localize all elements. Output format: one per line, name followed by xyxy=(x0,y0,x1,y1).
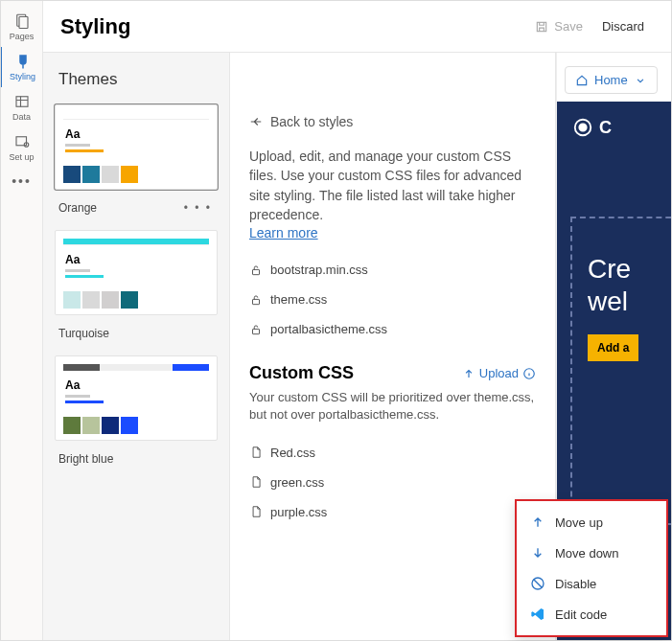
theme-sample-text: Aa xyxy=(65,378,209,392)
file-name: theme.css xyxy=(270,292,327,307)
svg-rect-5 xyxy=(538,22,546,31)
hero-cta-button[interactable]: Add a xyxy=(588,334,638,361)
theme-card[interactable]: Aa xyxy=(55,355,218,441)
description-text: Upload, edit, and manage your custom CSS… xyxy=(249,147,536,224)
page-title: Styling xyxy=(60,14,525,39)
save-label: Save xyxy=(554,19,583,34)
nav-label: Pages xyxy=(10,32,35,41)
title-bar: Styling Save Discard xyxy=(43,1,671,53)
context-vscode[interactable]: Edit code xyxy=(517,599,666,630)
learn-more-link[interactable]: Learn more xyxy=(249,225,318,240)
file-name: portalbasictheme.css xyxy=(270,322,387,336)
discard-button[interactable]: Discard xyxy=(592,15,654,37)
context-arrow-up[interactable]: Move up xyxy=(517,507,666,538)
back-to-styles[interactable]: Back to styles xyxy=(249,114,536,129)
discard-label: Discard xyxy=(602,19,644,34)
nav-label: Data xyxy=(12,112,31,122)
svg-point-11 xyxy=(579,124,586,130)
nav-pages[interactable]: Pages xyxy=(1,7,43,47)
file-icon xyxy=(249,446,263,459)
hero-dashed-area: Cre wel Add a xyxy=(570,217,671,525)
svg-rect-2 xyxy=(16,97,28,107)
css-file-row[interactable]: Red.css xyxy=(249,446,536,460)
file-name: Red.css xyxy=(270,446,315,460)
table-icon xyxy=(13,93,31,110)
theme-sample-text: Aa xyxy=(65,127,209,141)
context-label: Edit code xyxy=(555,607,607,622)
context-arrow-down[interactable]: Move down xyxy=(517,538,666,568)
nav-styling[interactable]: Styling xyxy=(0,47,42,87)
theme-name: Orange xyxy=(58,201,97,215)
theme-card[interactable]: Aa xyxy=(55,104,218,190)
disable-icon xyxy=(530,576,545,591)
custom-css-heading: Custom CSS xyxy=(249,363,462,383)
styles-detail: Back to styles Upload, edit, and manage … xyxy=(230,53,556,640)
svg-rect-1 xyxy=(19,17,28,29)
theme-card[interactable]: Aa xyxy=(55,230,218,315)
pages-icon xyxy=(13,12,31,30)
arrow-left-icon xyxy=(249,115,263,128)
save-icon xyxy=(535,20,548,34)
css-file-row[interactable]: purple.css xyxy=(249,505,536,519)
upload-button[interactable]: Upload xyxy=(462,366,536,380)
css-file-row[interactable]: bootstrap.min.css xyxy=(249,263,536,277)
file-name: purple.css xyxy=(270,505,327,519)
css-file-row[interactable]: portalbasictheme.css xyxy=(249,322,536,336)
nav-label: Styling xyxy=(10,72,35,81)
file-icon xyxy=(249,475,263,489)
home-icon xyxy=(575,74,589,87)
hero-heading-2: wel xyxy=(588,286,671,318)
back-label: Back to styles xyxy=(270,114,353,129)
svg-rect-6 xyxy=(253,269,260,274)
svg-rect-7 xyxy=(253,299,260,304)
more-icon: ••• xyxy=(12,173,32,189)
lock-icon xyxy=(249,293,263,307)
save-button: Save xyxy=(525,15,592,37)
logo-icon xyxy=(572,117,593,138)
context-label: Disable xyxy=(555,577,596,591)
info-icon xyxy=(522,367,536,380)
lock-icon xyxy=(249,263,263,277)
upload-icon xyxy=(462,367,475,380)
arrow-down-icon xyxy=(530,545,545,561)
css-file-row[interactable]: green.css xyxy=(249,475,536,490)
nav-label: Set up xyxy=(9,152,34,162)
nav-more[interactable]: ••• xyxy=(1,168,43,195)
theme-name: Turquoise xyxy=(58,327,109,340)
theme-more-button[interactable]: • • • xyxy=(184,201,212,215)
vscode-icon xyxy=(530,607,545,622)
file-name: bootstrap.min.css xyxy=(270,263,368,277)
context-label: Move down xyxy=(555,546,618,561)
file-context-menu: Move upMove downDisableEdit code xyxy=(515,499,668,637)
gear-icon xyxy=(13,133,31,150)
context-disable[interactable]: Disable xyxy=(517,568,666,599)
nav-data[interactable]: Data xyxy=(1,87,43,127)
context-label: Move up xyxy=(555,515,603,530)
theme-sample-text: Aa xyxy=(65,253,209,266)
css-file-row[interactable]: theme.css xyxy=(249,292,536,307)
nav-setup[interactable]: Set up xyxy=(1,127,43,168)
hero-heading-1: Cre xyxy=(588,253,671,286)
svg-rect-8 xyxy=(253,329,260,333)
home-breadcrumb[interactable]: Home xyxy=(565,66,658,94)
arrow-up-icon xyxy=(530,515,545,530)
chevron-down-icon xyxy=(634,74,647,87)
upload-label: Upload xyxy=(479,366,519,380)
file-name: green.css xyxy=(270,475,324,490)
brush-icon xyxy=(14,53,32,70)
svg-rect-3 xyxy=(16,137,27,146)
themes-heading: Themes xyxy=(43,53,229,99)
lock-icon xyxy=(249,323,263,336)
file-icon xyxy=(249,505,263,518)
theme-name: Bright blue xyxy=(58,452,113,466)
custom-css-desc: Your custom CSS will be prioritized over… xyxy=(249,389,536,424)
themes-panel: Themes AaOrange• • •AaTurquoiseAaBright … xyxy=(43,53,230,640)
site-logo: C xyxy=(572,117,656,138)
home-label: Home xyxy=(594,73,628,87)
logo-text: C xyxy=(599,118,612,138)
nav-rail: Pages Styling Data Set up ••• xyxy=(1,1,43,640)
